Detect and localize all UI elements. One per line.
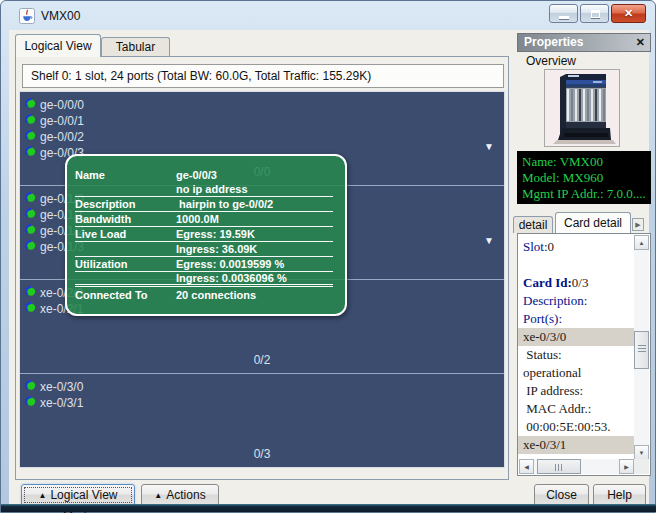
vertical-scroll-thumb[interactable] (634, 331, 649, 369)
overview-label: Overview (526, 54, 576, 68)
card-detail-text: Description: (523, 293, 587, 308)
slot-panel-0/3[interactable]: xe-0/3/0xe-0/3/10/3 (20, 374, 504, 467)
port-status-icon (25, 224, 40, 238)
port-status-icon (25, 380, 40, 394)
vertical-scrollbar[interactable]: ▲ ▼ (634, 235, 649, 460)
logical-view-mode-button[interactable]: ▲Logical View Mode (21, 484, 135, 506)
scroll-down-icon[interactable]: ▼ (634, 445, 649, 460)
tooltip-row: Ingress: 0.0036096 % (75, 272, 333, 287)
slot-label: 0/2 (20, 353, 504, 367)
scroll-left-icon[interactable]: ◀ (519, 459, 534, 474)
port-status-icon (25, 302, 40, 316)
port-status-icon (25, 208, 40, 222)
restore-button[interactable] (580, 4, 609, 23)
horizontal-scrollbar[interactable]: ◀ ▶ (519, 459, 634, 474)
port-item[interactable]: xe-0/3/0 (25, 379, 504, 395)
port-item[interactable]: xe-0/3/1 (25, 395, 504, 411)
card-detail-line: Description: (518, 292, 635, 310)
titlebar[interactable]: VMX00 ✕ (1, 1, 655, 30)
card-detail-content: Slot:0 Card Id:0/3Description:Port(s):xe… (518, 234, 635, 460)
window-controls: ✕ (549, 4, 646, 23)
actions-button[interactable]: ▲Actions (141, 484, 219, 506)
device-info-line: Model: MX960 (522, 170, 651, 186)
tab-tabular-view[interactable]: Tabular View (101, 37, 170, 57)
thumb-grip (558, 464, 559, 471)
tab-logical-view[interactable]: Logical View (15, 34, 101, 57)
tooltip-field-value: 20 connections (176, 289, 256, 301)
minimize-button[interactable] (549, 4, 578, 23)
card-detail-text: Card Id: (523, 275, 572, 290)
card-detail-text: 0 (548, 239, 555, 254)
tooltip-row: no ip address (75, 182, 333, 197)
tab-shelf-detail[interactable]: detail (513, 216, 553, 233)
scroll-up-icon[interactable]: ▲ (634, 235, 649, 250)
properties-close-icon[interactable]: ✕ (636, 34, 645, 51)
tab-card-detail[interactable]: Card detail (555, 212, 631, 233)
port-item[interactable]: ge-0/0/1 (25, 113, 504, 129)
tooltip-field-value: ge-0/0/3 (176, 169, 217, 181)
card-port-item[interactable]: xe-0/3/0 (518, 328, 635, 346)
scroll-right-icon[interactable]: ▶ (619, 459, 634, 474)
tooltip-row: UtilizationEgress: 0.0019599 % (75, 257, 333, 272)
device-info-line: Mgmt IP Addr.: 7.0.0.... (522, 186, 651, 202)
port-status-icon (25, 192, 40, 206)
tooltip-field-value: Egress: 0.0019599 % (176, 258, 284, 270)
close-icon: ✕ (612, 7, 645, 20)
port-status-icon (25, 114, 40, 128)
up-triangle-icon: ▲ (154, 491, 162, 500)
chassis-illustration (545, 70, 619, 146)
card-detail-line: operational (518, 364, 635, 382)
port-status-icon (25, 286, 40, 300)
help-button[interactable]: Help (593, 484, 646, 506)
horizontal-scroll-thumb[interactable] (537, 459, 581, 474)
port-item[interactable]: ge-0/0/2 (25, 129, 504, 145)
port-item[interactable]: ge-0/0/0 (25, 97, 504, 113)
tooltip-field-value: no ip address (176, 183, 248, 195)
tooltip-field-value: hairpin to ge-0/0/2 (176, 198, 273, 210)
tooltip-row: Ingress: 36.09K (75, 242, 333, 257)
card-detail-line (518, 256, 635, 274)
properties-title: Properties (524, 35, 583, 49)
card-port-item[interactable]: xe-0/3/1 (518, 436, 635, 454)
card-detail-line: Status: (518, 346, 635, 364)
close-button[interactable]: Close (534, 484, 589, 506)
port-status-icon (25, 240, 40, 254)
card-detail-line: IP address: (518, 382, 635, 400)
shelf-summary: Shelf 0: 1 slot, 24 ports (Total BW: 60.… (22, 64, 504, 88)
card-detail-text: Slot: (523, 239, 548, 254)
tooltip-row: Description hairpin to ge-0/0/2 (75, 197, 333, 212)
close-window-button[interactable]: ✕ (611, 4, 646, 23)
slot-dropdown-icon[interactable]: ▼ (484, 236, 494, 246)
card-detail-text: 00:00:5E:00:53. (523, 419, 610, 434)
tab-scroll-right-icon[interactable]: ▶ (632, 218, 644, 231)
card-detail-panel: Slot:0 Card Id:0/3Description:Port(s):xe… (517, 233, 651, 476)
port-status-icon (25, 396, 40, 410)
tooltip-field-label: Live Load (75, 228, 176, 240)
card-detail-line: Port(s): (518, 310, 635, 328)
scrollbar-corner (634, 459, 649, 474)
tooltip-field-label: Bandwidth (75, 213, 176, 225)
tooltip-row: Live LoadEgress: 19.59K (75, 227, 333, 242)
tooltip-field-value: Ingress: 0.0036096 % (176, 272, 287, 284)
port-tooltip: Namege-0/0/3no ip addressDescription hai… (65, 154, 347, 316)
slot-dropdown-icon[interactable]: ▼ (484, 142, 494, 152)
slot-label: 0/3 (20, 447, 504, 461)
tooltip-field-label: Description (75, 198, 176, 210)
card-detail-text: IP address: (523, 383, 583, 398)
minimize-icon (559, 16, 569, 19)
card-detail-text: xe-0/3/0 (523, 329, 566, 344)
card-detail-text: Status: (523, 347, 562, 362)
actions-label: Actions (166, 488, 205, 502)
tooltip-row: Namege-0/0/3 (75, 167, 333, 182)
port-status-icon (25, 130, 40, 144)
tooltip-field-label: Utilization (75, 258, 176, 270)
card-detail-line: MAC Addr.: (518, 400, 635, 418)
card-detail-text: 0/3 (572, 275, 589, 290)
tooltip-field-label: Connected To (75, 289, 176, 301)
thumb-grip (638, 348, 646, 349)
window-bottom-edge (1, 504, 656, 512)
port-label: ge-0/0/2 (40, 130, 84, 144)
properties-header: Properties ✕ (517, 33, 651, 52)
card-detail-line: 00:00:5E:00:53. (518, 418, 635, 436)
card-detail-text: MAC Addr.: (523, 401, 591, 416)
